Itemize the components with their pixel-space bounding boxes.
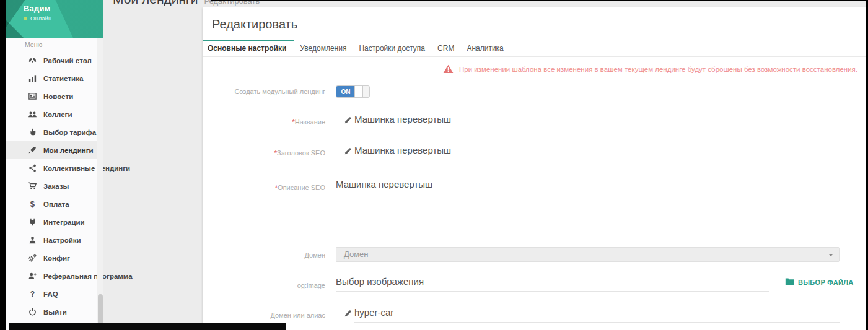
screenshot-stage: Мои лендингиРедактировать Вадим Онлайн М… (0, 0, 868, 330)
seo-description-textarea[interactable]: Машинка перевертыш (336, 178, 840, 230)
field-label: og:image (203, 282, 325, 289)
tab-label: Основные настройки (208, 44, 286, 53)
form-row-seo-description: *Описание SEO Машинка перевертыш (203, 177, 866, 233)
pencil-icon (344, 116, 353, 124)
tab-access-settings[interactable]: Настройки доступа (353, 40, 431, 57)
domain-select[interactable]: Домен (336, 247, 840, 262)
main-area: Редактировать список Основные настройки … (103, 0, 866, 330)
sidebar-item-tariff[interactable]: Выбор тарифа (6, 123, 103, 141)
user-status-label: Онлайн (30, 15, 51, 22)
field-label: *Название (203, 118, 325, 126)
form-row-title: *Название (203, 113, 866, 131)
field-label: *Заголовок SEO (203, 149, 325, 157)
sidebar-item-integrations[interactable]: Интеграции (6, 213, 103, 231)
window-top-edge (211, 0, 866, 1)
dollar-icon: $ (27, 199, 37, 209)
alias-input[interactable] (354, 307, 840, 323)
sidebar-item-orders[interactable]: Заказы (6, 177, 103, 195)
app-window: Мои лендингиРедактировать Вадим Онлайн М… (6, 0, 866, 330)
folder-icon (785, 277, 794, 287)
sidebar-section-label: Меню (25, 41, 42, 48)
sidebar-scrollbar[interactable] (97, 38, 103, 330)
field-label: Домен (203, 251, 325, 259)
user-status: Онлайн (24, 15, 51, 22)
chevron-down-icon (828, 254, 833, 256)
tab-notifications[interactable]: Уведомления (294, 40, 353, 57)
seo-title-input[interactable] (354, 145, 840, 160)
user-plus-icon (27, 271, 37, 281)
sidebar-item-label: Мои лендинги (43, 147, 94, 154)
pencil-icon (344, 309, 353, 318)
cart-icon (27, 181, 37, 191)
domain-select-placeholder: Домен (344, 250, 369, 259)
sidebar-item-label: Статистика (43, 75, 83, 82)
tab-analytics[interactable]: Аналитика (460, 40, 509, 57)
pencil-icon (344, 147, 353, 155)
warning-text: При изменении шаблона все изменения в ва… (459, 64, 857, 73)
svg-text:?: ? (30, 290, 34, 298)
warning-banner: При изменении шаблона все изменения в ва… (443, 64, 857, 76)
sidebar-item-label: Конфиг (43, 254, 70, 262)
sidebar-item-label: Выбор тарифа (43, 129, 96, 136)
sidebar-item-faq[interactable]: ?FAQ (6, 285, 103, 303)
sidebar: Вадим Онлайн Меню Рабочий стол Статистик… (6, 0, 103, 330)
sidebar-item-label: Реферальная программа (43, 272, 133, 280)
field-label: *Описание SEO (203, 184, 325, 191)
form-row-alias: Домен или алиас (203, 306, 866, 324)
sidebar-item-settings[interactable]: Настройки (6, 231, 103, 249)
stats-icon (27, 74, 37, 84)
svg-text:$: $ (30, 199, 35, 209)
sidebar-item-payment[interactable]: $Оплата (6, 195, 103, 213)
user-name: Вадим (24, 4, 50, 13)
edit-card: Редактировать список Основные настройки … (203, 7, 866, 330)
tab-label: CRM (437, 44, 454, 53)
colleagues-icon (27, 110, 37, 119)
sidebar-item-label: Интеграции (43, 219, 85, 226)
sidebar-menu: Рабочий стол Статистика Новости Коллеги … (6, 51, 103, 321)
sidebar-item-label: Заказы (43, 183, 69, 190)
toggle-on-label: ON (336, 86, 355, 97)
tab-label: Настройки доступа (359, 44, 425, 53)
sidebar-item-news[interactable]: Новости (6, 87, 103, 105)
choose-file-label: ВЫБОР ФАЙЛА (798, 279, 854, 286)
page-title: Редактировать (212, 17, 297, 32)
modular-landing-toggle[interactable]: ON (336, 85, 370, 98)
online-dot-icon (24, 17, 27, 20)
sidebar-item-colleagues[interactable]: Коллеги (6, 105, 103, 123)
choose-file-button[interactable]: ВЫБОР ФАЙЛА (785, 277, 854, 287)
sidebar-item-my-landings[interactable]: Мои лендинги (6, 141, 103, 159)
power-icon (27, 307, 37, 317)
form-row-og-image: og:image ВЫБОР ФАЙЛА (203, 275, 866, 293)
field-label: Создать модульный лендинг (203, 88, 325, 95)
tab-crm[interactable]: CRM (431, 40, 460, 57)
sidebar-item-config[interactable]: Конфиг (6, 249, 103, 267)
sidebar-item-logout[interactable]: Выйти (6, 303, 103, 321)
tab-main-settings[interactable]: Основные настройки (203, 40, 294, 57)
cogs-icon (27, 253, 37, 263)
title-input[interactable] (354, 114, 840, 129)
sidebar-item-desktop[interactable]: Рабочий стол (6, 51, 103, 69)
landings-icon (27, 145, 37, 155)
sidebar-item-label: Новости (43, 93, 73, 100)
sidebar-item-label: FAQ (43, 290, 58, 298)
tariff-icon (27, 128, 37, 137)
sidebar-item-label: Оплата (43, 201, 69, 208)
form-row-seo-title: *Заголовок SEO (203, 144, 866, 162)
sidebar-item-label: Коллеги (43, 111, 72, 118)
news-icon (27, 92, 37, 102)
share-icon (27, 163, 37, 173)
toggle-knob (354, 86, 363, 97)
og-image-input[interactable] (336, 276, 769, 292)
sidebar-item-label: Коллективные лендинги (43, 165, 130, 172)
form-row-modular-toggle: Создать модульный лендинг ON (203, 85, 866, 104)
sidebar-item-collective-landings[interactable]: Коллективные лендинги (6, 159, 103, 177)
field-label: Домен или алиас (203, 311, 325, 319)
tab-label: Аналитика (467, 44, 503, 53)
dashboard-icon (27, 56, 37, 66)
window-bottom-edge (9, 323, 286, 330)
sidebar-item-referral[interactable]: Реферальная программа (6, 267, 103, 285)
sidebar-user-panel: Вадим Онлайн (6, 0, 103, 38)
question-icon: ? (27, 289, 37, 299)
sidebar-item-statistics[interactable]: Статистика (6, 69, 103, 87)
card-header: Редактировать список (203, 7, 866, 40)
